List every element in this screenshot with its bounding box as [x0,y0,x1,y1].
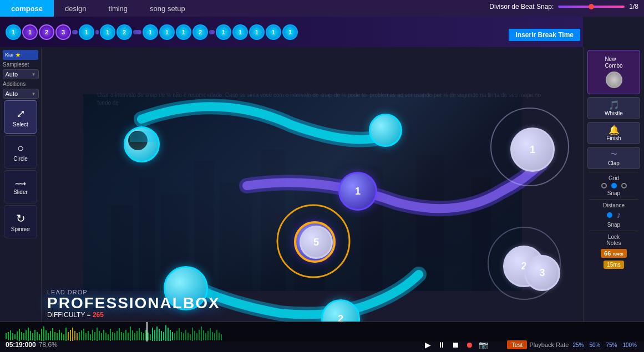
divider [589,172,638,172]
timeline-circle[interactable]: 1 [143,24,158,40]
notes-badge: 66 r84th [601,249,627,258]
sampleset-dropdown[interactable]: Auto ▼ [3,69,39,79]
music-note-icon: ♪ [617,210,621,220]
timeline-circle[interactable]: 1 [6,24,21,40]
clap-label: Clap [608,160,620,166]
circle-number: 3 [539,267,545,279]
kiai-label: Kiai [5,52,13,58]
circle-number: 2 [338,313,343,322]
kiai-star-icon: ★ [15,51,21,59]
timeline-circle[interactable]: 1 [249,24,265,40]
whistle-icon: 🎵 [608,100,620,110]
distance-radio[interactable] [607,212,612,218]
distance-radio-row: ♪ [607,210,621,220]
stop-button[interactable]: ⏹ [450,339,461,350]
timeline-circle[interactable]: 1 [79,24,94,40]
tool-select[interactable]: ⤢ Select [4,100,37,134]
beat-snap-label: Divisor de Beat Snap: [489,3,554,11]
playback-rate-label: Playback Rate [529,341,569,348]
grid-radio-1[interactable] [601,183,607,188]
insert-break-time-button[interactable]: Inserir Break Time [509,29,580,41]
song-title-display: PROFESSIONALBOX [47,295,220,311]
tool-spinner[interactable]: ↻ Spinner [4,205,37,238]
tab-song-setup[interactable]: song setup [139,0,196,17]
rate-25-button[interactable]: 25% [571,341,585,349]
svg-rect-10 [471,177,491,291]
hit-circle-6[interactable]: 1 [510,127,555,172]
left-toolbar: Kiai ★ Sampleset Auto ▼ Additions Auto ▼… [0,47,42,322]
ms-badge: 15ms [604,261,623,269]
info-text-overlay: Usar o intervalo de snap de ¼ não é reco… [97,91,555,107]
difficulty-value: 265 [93,311,104,319]
notes-count: 66 [604,250,611,257]
percentage-display: 78,6% [39,341,58,349]
tool-circle[interactable]: ○ Circle [4,135,37,169]
circle-number: 1 [355,186,361,197]
play-button[interactable]: ▶ [422,339,433,350]
camera-button[interactable]: 📷 [478,339,489,350]
song-difficulty-display: DIFFICULTY = 265 [47,311,220,319]
tool-circle-label: Circle [13,156,28,162]
beat-snap-value: 1/8 [629,3,638,11]
timeline-circle[interactable]: 2 [192,24,208,40]
timeline-circle[interactable]: 1 [216,24,231,40]
whistle-button[interactable]: 🎵 Whistle [587,97,640,119]
notes-sub: r84th [612,252,623,257]
sampleset-label: Sampleset [3,62,29,68]
hit-circle-3[interactable]: 1 [338,172,377,211]
timeline-circle[interactable]: 1 [176,24,191,40]
tab-compose[interactable]: compose [0,0,54,17]
hit-circle-2[interactable] [369,114,402,147]
timeline-circle[interactable]: 3 [55,24,71,40]
lock-section: Lock Notes [606,234,621,246]
timeline-circle[interactable]: 1 [22,24,38,40]
timeline-circle[interactable]: 2 [116,24,132,40]
tool-slider[interactable]: ⟿ Slider [4,170,37,203]
kiai-badge[interactable]: Kiai ★ [3,50,38,60]
new-combo-button[interactable]: NewCombo [587,50,640,94]
record-button[interactable]: ⏺ [464,339,475,350]
time-display: 05:19:000 [6,341,36,349]
tool-select-label: Select [13,121,28,127]
playback-rate-area: Test Playback Rate 25% 50% 75% 100% [507,340,638,349]
chevron-down-icon: ▼ [32,72,36,77]
notes-label: Notes [606,240,621,246]
rate-50-button[interactable]: 50% [587,341,602,349]
pause-button[interactable]: ⏸ [436,339,447,350]
combo-circle-icon [606,72,622,88]
distance-snap-section: Distance ♪ Snap [603,202,625,228]
clap-button[interactable]: 〜 Clap [587,147,640,169]
hit-circle-1[interactable] [124,126,160,162]
snap-label: Snap [607,190,620,196]
grid-radio-2[interactable] [611,183,617,188]
test-button[interactable]: Test [507,340,527,349]
tab-design[interactable]: design [54,0,97,17]
beat-snap-slider[interactable] [558,6,625,8]
timeline[interactable]: 1 1 2 3 1 1 2 1 1 1 2 1 1 1 1 1 [0,17,583,47]
timeline-circle[interactable]: 2 [39,24,54,40]
hit-circle-8[interactable]: 3 [524,255,560,291]
right-toolbar: NewCombo 🎵 Whistle 🔔 Finish 〜 Clap Grid … [583,47,644,322]
hit-circle-4[interactable]: 2 [321,299,360,322]
playback-buttons: ▶ ⏸ ⏹ ⏺ 📷 [422,339,489,350]
grid-radio-3[interactable] [621,183,627,188]
rate-75-button[interactable]: 75% [604,341,618,349]
divider [589,199,638,200]
beat-snap-section: Divisor de Beat Snap: 1/8 [489,3,638,11]
additions-dropdown[interactable]: Auto ▼ [3,89,39,99]
timeline-circle[interactable]: 1 [282,24,298,40]
hit-circle-inner[interactable]: 5 [300,226,333,259]
tab-timing[interactable]: timing [97,0,139,17]
timeline-circle[interactable]: 1 [100,24,115,40]
finish-button[interactable]: 🔔 Finish [587,122,640,144]
timeline-circle[interactable]: 1 [266,24,281,40]
game-background [83,94,522,291]
spinner-icon: ↻ [16,212,26,225]
timeline-circle[interactable]: 1 [159,24,175,40]
song-info: LEAD DROP PROFESSIONALBOX DIFFICULTY = 2… [47,289,220,319]
rate-100-button[interactable]: 100% [621,341,638,349]
game-canvas[interactable]: Usar o intervalo de snap de ¼ não é reco… [42,47,583,322]
timeline-circle[interactable]: 1 [232,24,248,40]
additions-label: Additions [3,81,26,87]
finish-icon: 🔔 [608,125,620,135]
